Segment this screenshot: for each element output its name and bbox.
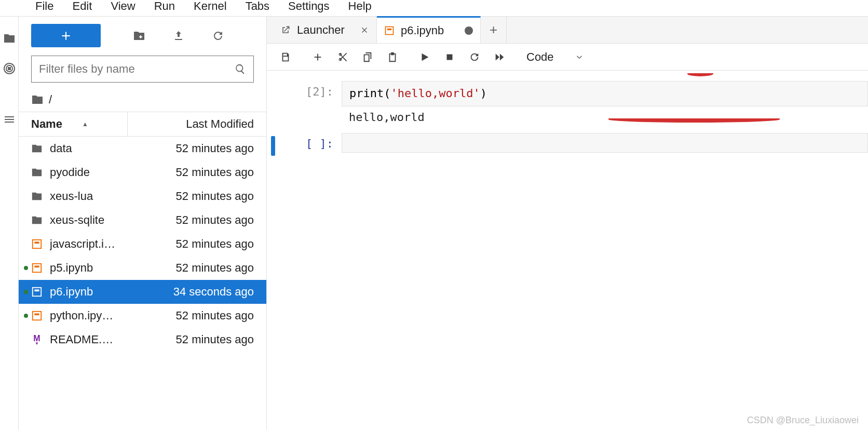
file-modified: 52 minutes ago [176, 309, 254, 322]
menu-edit[interactable]: Edit [63, 0, 101, 15]
refresh-icon[interactable] [212, 30, 224, 42]
menu-file[interactable]: File [26, 0, 63, 15]
toc-icon[interactable] [3, 113, 16, 126]
folder-icon [31, 214, 43, 226]
breadcrumb-path: / [49, 93, 52, 106]
activity-bar [0, 17, 19, 430]
notebook-icon [31, 262, 43, 274]
fast-forward-icon [494, 51, 505, 63]
file-list: data52 minutes agopyodide52 minutes agox… [19, 137, 266, 430]
new-launcher-button[interactable] [31, 24, 101, 47]
close-icon[interactable] [360, 25, 369, 35]
file-modified: 52 minutes ago [176, 190, 254, 203]
file-modified: 52 minutes ago [176, 142, 254, 155]
watermark: CSDN @Bruce_Liuxiaowei [747, 415, 859, 426]
filter-input[interactable] [39, 62, 235, 76]
insert-cell-button[interactable] [305, 45, 330, 70]
file-list-header: Name▲ Last Modified [19, 112, 266, 137]
menu-view[interactable]: View [101, 0, 144, 15]
copy-icon [362, 51, 373, 63]
tab-bar: Launcher p6.ipynb + [267, 17, 868, 44]
notebook-cells: [2]: print('hello,world') hello,world [ … [267, 71, 868, 430]
code-input[interactable] [342, 133, 868, 153]
file-row-data[interactable]: data52 minutes ago [19, 137, 266, 160]
restart-kernel-button[interactable] [462, 45, 487, 70]
file-modified: 52 minutes ago [176, 261, 254, 275]
interrupt-kernel-button[interactable] [437, 45, 462, 70]
file-name: p6.ipynb [50, 285, 173, 299]
notebook-cell[interactable]: [ ]: [267, 133, 868, 156]
copy-cell-button[interactable] [355, 45, 380, 70]
cell-type-dropdown[interactable]: Code [519, 50, 591, 64]
file-row-xeus-sqlite[interactable]: xeus-sqlite52 minutes ago [19, 208, 266, 232]
paste-cell-button[interactable] [380, 45, 405, 70]
active-cell-indicator [271, 136, 275, 156]
upload-icon[interactable] [172, 30, 185, 42]
file-row-pyodide[interactable]: pyodide52 minutes ago [19, 160, 266, 184]
menu-run[interactable]: Run [145, 0, 184, 15]
plus-icon [59, 29, 73, 43]
run-cell-button[interactable] [412, 45, 437, 70]
file-row-readme--[interactable]: M▼README.…52 minutes ago [19, 328, 266, 352]
breadcrumb[interactable]: / [19, 89, 266, 112]
new-tab-button[interactable]: + [481, 17, 507, 43]
file-name: README.… [50, 333, 176, 346]
notebook-icon [31, 286, 43, 298]
file-name: p5.ipynb [50, 261, 176, 275]
svg-rect-1 [33, 240, 42, 249]
file-modified: 52 minutes ago [176, 213, 254, 227]
notebook-icon [384, 25, 395, 36]
file-toolbar [19, 24, 266, 56]
file-modified: 34 seconds ago [173, 285, 254, 299]
chevron-down-icon [575, 52, 584, 62]
svg-rect-4 [33, 312, 42, 320]
file-row-javascript-i-[interactable]: javascript.i…52 minutes ago [19, 232, 266, 256]
menu-settings[interactable]: Settings [279, 0, 339, 15]
cut-cell-button[interactable] [330, 45, 355, 70]
stop-icon [444, 51, 455, 63]
menu-tabs[interactable]: Tabs [236, 0, 279, 15]
file-name: xeus-sqlite [50, 213, 176, 227]
code-input[interactable]: print('hello,world') [342, 81, 868, 106]
file-row-python-ipy-[interactable]: python.ipy…52 minutes ago [19, 304, 266, 328]
cell-prompt: [ ]: [279, 133, 342, 156]
file-modified: 52 minutes ago [176, 166, 254, 179]
svg-rect-3 [33, 288, 42, 297]
restart-run-all-button[interactable] [487, 45, 512, 70]
notebook-cell[interactable]: [2]: print('hello,world') hello,world [267, 81, 868, 128]
menubar: File Edit View Run Kernel Tabs Settings … [0, 0, 868, 17]
file-name: data [50, 142, 176, 155]
svg-rect-5 [386, 26, 394, 34]
markdown-icon: M▼ [31, 334, 43, 345]
annotation-red-underline [687, 71, 713, 76]
play-icon [419, 51, 430, 63]
svg-rect-6 [447, 54, 453, 60]
tab-p6-ipynb[interactable]: p6.ipynb [377, 16, 481, 43]
notebook-icon [31, 310, 43, 321]
tab-label: p6.ipynb [401, 24, 458, 37]
column-modified[interactable]: Last Modified [128, 117, 266, 131]
folder-icon [31, 167, 43, 178]
file-row-xeus-lua[interactable]: xeus-lua52 minutes ago [19, 184, 266, 208]
tab-launcher[interactable]: Launcher [273, 17, 377, 43]
menu-help[interactable]: Help [339, 0, 381, 15]
svg-rect-2 [33, 264, 42, 273]
file-row-p5-ipynb[interactable]: p5.ipynb52 minutes ago [19, 256, 266, 280]
launch-icon [280, 25, 291, 35]
restart-icon [469, 51, 480, 63]
menu-kernel[interactable]: Kernel [184, 0, 236, 15]
filter-box [31, 56, 254, 83]
save-button[interactable] [273, 45, 298, 70]
tab-label: Launcher [297, 23, 354, 37]
dirty-indicator-icon [465, 26, 473, 35]
new-folder-icon[interactable] [133, 30, 145, 42]
file-name: pyodide [50, 166, 176, 179]
file-name: xeus-lua [50, 190, 176, 203]
column-name[interactable]: Name▲ [19, 112, 128, 136]
file-modified: 52 minutes ago [176, 333, 254, 346]
file-row-p6-ipynb[interactable]: p6.ipynb34 seconds ago [19, 280, 266, 304]
notebook-icon [31, 238, 43, 250]
running-indicator [24, 266, 28, 270]
folder-icon[interactable] [3, 32, 16, 45]
running-kernels-icon[interactable] [3, 62, 16, 75]
